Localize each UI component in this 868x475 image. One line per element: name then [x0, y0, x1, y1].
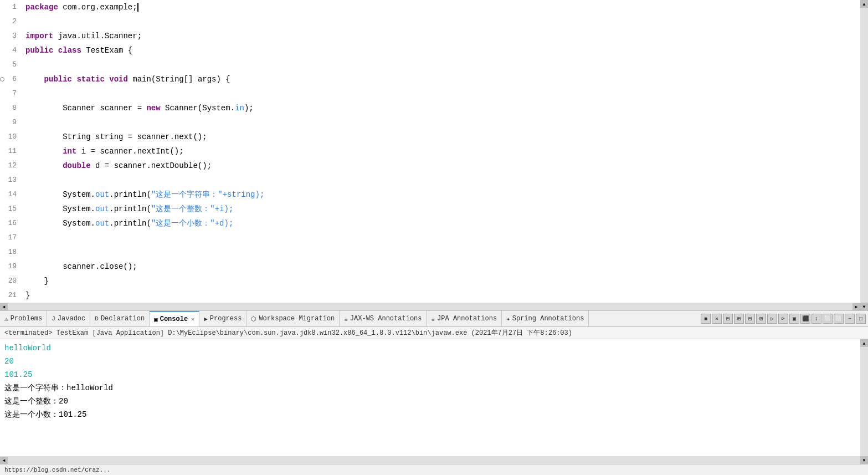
tab-label: Spring Annotations — [512, 315, 584, 323]
code-container: 123456789101112131415161718192021 packag… — [0, 0, 860, 303]
tab-item-workspace-migration[interactable]: ⬡Workspace Migration — [246, 311, 340, 326]
editor-area: 123456789101112131415161718192021 packag… — [0, 0, 868, 310]
line-number: 19 — [0, 259, 17, 274]
line-number: 12 — [0, 159, 17, 173]
console-h-scrollbar[interactable]: ◀ — [0, 456, 860, 464]
console-line: 这是一个字符串：helloWorld — [4, 381, 856, 395]
tab-label: Problems — [11, 315, 43, 323]
line-number: 8 — [0, 101, 17, 115]
tab-label: Console — [160, 315, 188, 323]
code-line: import java.util.Scanner; — [25, 29, 860, 43]
tab-item-declaration[interactable]: DDeclaration — [90, 311, 150, 326]
toolbar-btn-3[interactable]: ⊞ — [734, 314, 744, 324]
line-number: 13 — [0, 173, 17, 187]
tab-icon: ☕ — [344, 315, 348, 323]
code-line: package com.org.example; — [25, 0, 860, 14]
code-line — [25, 115, 860, 130]
tab-item-jpa-annotations[interactable]: ☕JPA Annotations — [427, 311, 502, 326]
console-h-track[interactable] — [8, 457, 860, 464]
console-line: helloWorld — [4, 341, 856, 355]
code-line: System.out.println("这是一个小数："+d); — [25, 216, 860, 231]
toolbar-btn-12[interactable]: ⬜ — [834, 314, 844, 324]
console-v-track[interactable] — [860, 347, 868, 456]
tab-label: Declaration — [101, 315, 145, 323]
scroll-left-btn[interactable]: ◀ — [0, 303, 8, 311]
tab-item-jax-ws-annotations[interactable]: ☕JAX-WS Annotations — [340, 311, 427, 326]
status-bar: https://blog.csdn.net/Craz... — [0, 464, 868, 475]
line-numbers: 123456789101112131415161718192021 — [0, 0, 20, 303]
line-number: 1 — [0, 0, 17, 14]
tab-icon: J — [52, 315, 55, 322]
tab-icon: D — [95, 315, 99, 322]
terminated-bar: <terminated> TestExam [Java Application]… — [0, 327, 868, 339]
code-line — [25, 173, 860, 187]
toolbar-btn-11[interactable]: ⬜ — [823, 314, 833, 324]
toolbar-btn-13[interactable]: − — [845, 314, 855, 324]
console-scroll-left[interactable]: ◀ — [0, 457, 8, 464]
tab-item-javadoc[interactable]: JJavadoc — [47, 311, 90, 326]
line-number: 14 — [0, 187, 17, 202]
toolbar-btn-1[interactable]: ✕ — [712, 314, 722, 324]
code-line: System.out.println("这是一个整数："+i); — [25, 202, 860, 216]
tab-item-console[interactable]: ▣Console✕ — [150, 311, 199, 326]
code-line: double d = scanner.nextDouble(); — [25, 159, 860, 173]
toolbar-btn-8[interactable]: ▣ — [789, 314, 799, 324]
code-body[interactable]: package com.org.example; import java.uti… — [20, 0, 860, 303]
code-line — [25, 86, 860, 101]
line-number: 5 — [0, 58, 17, 72]
toolbar-btn-9[interactable]: ⬛ — [800, 314, 810, 324]
v-scroll-track[interactable] — [860, 8, 868, 303]
text-cursor — [137, 3, 138, 12]
line-number: 18 — [0, 245, 17, 259]
h-scroll-track[interactable] — [8, 303, 852, 311]
scroll-up-btn[interactable]: ▲ — [860, 0, 868, 8]
line-number: 20 — [0, 274, 17, 288]
console-scroll-up[interactable]: ▲ — [860, 339, 868, 347]
line-number: 17 — [0, 231, 17, 245]
status-text: https://blog.csdn.net/Craz... — [4, 467, 110, 473]
tab-item-spring-annotations[interactable]: ✦Spring Annotations — [502, 311, 589, 326]
tab-label: JAX-WS Annotations — [350, 315, 422, 323]
toolbar-btn-2[interactable]: ⊟ — [723, 314, 733, 324]
code-line: public class TestExam { — [25, 43, 860, 58]
tab-item-progress[interactable]: ▶Progress — [199, 311, 246, 326]
editor-scroll: 123456789101112131415161718192021 packag… — [0, 0, 860, 310]
tab-label: Workspace Migration — [259, 315, 335, 323]
editor-v-scrollbar[interactable]: ▲ ▼ — [860, 0, 868, 310]
toolbar-btn-7[interactable]: ⊳ — [778, 314, 788, 324]
tab-icon: ▶ — [204, 315, 208, 323]
code-line — [25, 231, 860, 245]
tabs-bar: ⚠ProblemsJJavadocDDeclaration▣Console✕▶P… — [0, 310, 868, 327]
line-number: 9 — [0, 115, 17, 130]
scroll-right-btn[interactable]: ▶ — [852, 303, 860, 311]
code-line — [25, 58, 860, 72]
code-line: System.out.println("这是一个字符串："+string); — [25, 187, 860, 202]
toolbar-btn-14[interactable]: □ — [856, 314, 866, 324]
line-number: 21 — [0, 288, 17, 303]
line-number: 15 — [0, 202, 17, 216]
code-line: Scanner scanner = new Scanner(System.in)… — [25, 101, 860, 115]
line-number: 2 — [0, 14, 17, 29]
terminated-text: <terminated> TestExam [Java Application]… — [4, 328, 572, 338]
line-number: 10 — [0, 130, 17, 144]
console-line: 这是一个整数：20 — [4, 395, 856, 408]
scroll-down-btn[interactable]: ▼ — [860, 303, 868, 310]
console-line: 这是一个小数：101.25 — [4, 408, 856, 421]
tab-close-btn[interactable]: ✕ — [191, 316, 194, 323]
tab-label: JPA Annotations — [437, 315, 497, 323]
editor-h-scrollbar[interactable]: ◀ ▶ — [0, 303, 860, 310]
toolbar-btn-0[interactable]: ■ — [701, 314, 711, 324]
tab-item-problems[interactable]: ⚠Problems — [0, 311, 47, 326]
console-output: helloWorld20101.25这是一个字符串：helloWorld这是一个… — [0, 339, 860, 456]
code-line: public static void main(String[] args) { — [25, 72, 860, 86]
toolbar-btn-5[interactable]: ⊠ — [756, 314, 766, 324]
console-line: 101.25 — [4, 368, 856, 381]
console-scroll-down[interactable]: ▼ — [860, 456, 868, 464]
toolbar-btn-10[interactable]: ↕ — [811, 314, 821, 324]
toolbar-btn-6[interactable]: ▷ — [767, 314, 777, 324]
toolbar-btn-4[interactable]: ⊟ — [745, 314, 755, 324]
line-number: 6 — [0, 72, 17, 86]
code-line: } — [25, 288, 860, 303]
console-v-scrollbar[interactable]: ▲ ▼ — [860, 339, 868, 464]
tab-label: Progress — [210, 315, 242, 323]
